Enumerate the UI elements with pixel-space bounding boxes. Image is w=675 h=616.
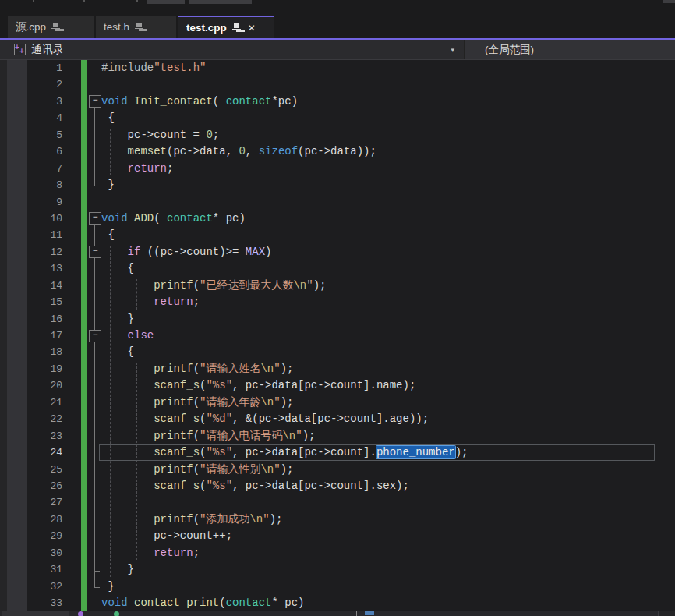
fold-collapse-icon[interactable]: − xyxy=(89,212,101,225)
line-number: 31 xyxy=(0,561,62,578)
bottom-right-partial xyxy=(658,611,675,616)
code-text: if ((pc->count)>= MAX) xyxy=(101,244,271,260)
code-line[interactable]: 31 } xyxy=(0,561,675,578)
toolbar-tick xyxy=(33,0,34,2)
code-line[interactable]: 17− else xyxy=(0,327,675,344)
pin-icon[interactable] xyxy=(232,23,241,33)
code-line[interactable]: 20 scanf_s("%s", pc->data[pc->count].nam… xyxy=(0,377,675,394)
line-number: 21 xyxy=(0,395,62,411)
line-number: 13 xyxy=(0,260,62,277)
code-line[interactable]: 27 xyxy=(0,494,675,511)
line-number: 16 xyxy=(0,311,62,327)
code-line[interactable]: 18 { xyxy=(0,344,675,360)
code-line[interactable]: 12− if ((pc->count)>= MAX) xyxy=(0,244,675,260)
code-text: memset(pc->data, 0, sizeof(pc->data)); xyxy=(101,143,376,160)
code-line[interactable]: 30 return; xyxy=(0,545,675,561)
line-number: 10 xyxy=(0,211,62,227)
code-line[interactable]: 14 printf("已经达到最大人数\n"); xyxy=(0,278,675,294)
top-toolbar-partial xyxy=(0,0,675,14)
purple-status-icon[interactable] xyxy=(78,611,83,616)
code-line[interactable]: 4 { xyxy=(0,110,675,126)
code-text: scanf_s("%d", &(pc->data[pc->count].age)… xyxy=(101,411,429,427)
code-text: { xyxy=(101,344,134,360)
bottom-panel-partial xyxy=(0,611,675,616)
code-text: printf("请输入年龄\n"); xyxy=(101,395,293,411)
code-line[interactable]: 25 printf("请输入性别\n"); xyxy=(0,462,675,478)
code-line[interactable]: 1#include"test.h" xyxy=(0,60,675,76)
code-line[interactable]: 13 { xyxy=(0,260,675,277)
code-line[interactable]: 32 } xyxy=(0,579,675,595)
code-text: void ADD( contact* pc) xyxy=(101,211,246,227)
line-number: 23 xyxy=(0,428,62,444)
close-icon[interactable]: ✕ xyxy=(248,23,256,34)
line-number: 22 xyxy=(0,411,62,427)
line-number: 7 xyxy=(0,161,62,177)
code-text: void contact_print(contact* pc) xyxy=(101,595,304,611)
code-line[interactable]: 19 printf("请输入姓名\n"); xyxy=(0,361,675,377)
types-dropdown[interactable]: ++ 通讯录 ▾ xyxy=(0,40,464,59)
line-number: 14 xyxy=(0,278,62,294)
blue-glyph-partial xyxy=(365,611,374,615)
code-text: } xyxy=(101,177,115,193)
line-number: 32 xyxy=(0,579,62,595)
code-line[interactable]: 5 pc->count = 0; xyxy=(0,127,675,143)
code-text: return; xyxy=(101,294,200,310)
code-line[interactable]: 6 memset(pc->data, 0, sizeof(pc->data)); xyxy=(0,143,675,160)
line-number: 6 xyxy=(0,143,62,160)
code-line[interactable]: 23 printf("请输入电话号码\n"); xyxy=(0,428,675,444)
code-line[interactable]: 7 return; xyxy=(0,161,675,177)
code-line[interactable]: 15 return; xyxy=(0,294,675,310)
tab-test.h[interactable]: test.h xyxy=(96,16,176,38)
toolbar-button-partial[interactable] xyxy=(189,0,252,4)
code-line[interactable]: 8 } xyxy=(0,177,675,193)
code-text: return; xyxy=(101,161,173,177)
line-number: 4 xyxy=(0,110,62,126)
line-number: 1 xyxy=(0,60,62,76)
code-line[interactable]: 28 printf("添加成功\n"); xyxy=(0,512,675,528)
line-number: 11 xyxy=(0,227,62,243)
tab-源.cpp[interactable]: 源.cpp xyxy=(8,16,94,38)
green-status-icon[interactable] xyxy=(114,611,119,616)
code-line[interactable]: 29 pc->count++; xyxy=(0,528,675,544)
scope-dropdown[interactable]: (全局范围) xyxy=(464,40,675,59)
toolbar-button-partial[interactable] xyxy=(663,0,675,3)
code-editor[interactable]: 1#include"test.h"23−void Init_contact( c… xyxy=(0,60,675,616)
tab-test.cpp[interactable]: test.cpp✕ xyxy=(178,16,274,38)
code-line[interactable]: 24 scanf_s("%s", pc->data[pc->count].pho… xyxy=(0,444,675,461)
bottom-button-partial[interactable] xyxy=(2,611,69,616)
code-line[interactable]: 26 scanf_s("%s", pc->data[pc->count].sex… xyxy=(0,478,675,494)
fold-collapse-icon[interactable]: − xyxy=(89,330,101,342)
selected-identifier[interactable]: phone_number xyxy=(376,446,455,458)
code-text: printf("已经达到最大人数\n"); xyxy=(101,278,326,294)
toolbar-button-partial[interactable] xyxy=(147,0,185,4)
code-text: scanf_s("%s", pc->data[pc->count].sex); xyxy=(101,478,409,494)
code-line[interactable]: 21 printf("请输入年龄\n"); xyxy=(0,395,675,411)
code-line[interactable]: 10−void ADD( contact* pc) xyxy=(0,211,675,227)
pin-icon[interactable] xyxy=(51,22,60,32)
code-line[interactable]: 33void contact_print(contact* pc) xyxy=(0,595,675,611)
code-lines: 1#include"test.h"23−void Init_contact( c… xyxy=(0,60,675,616)
tab-label: test.h xyxy=(104,21,129,33)
fold-collapse-icon[interactable]: − xyxy=(89,246,101,258)
line-number: 17 xyxy=(0,327,62,344)
line-number: 28 xyxy=(0,512,62,528)
scope-dropdown-value: (全局范围) xyxy=(485,43,534,57)
code-text: void Init_contact( contact*pc) xyxy=(101,94,298,110)
code-text: return; xyxy=(101,545,200,561)
chevron-down-icon[interactable]: ▾ xyxy=(451,46,454,54)
code-line[interactable]: 9 xyxy=(0,194,675,211)
fold-collapse-icon[interactable]: − xyxy=(89,95,101,108)
line-number: 12 xyxy=(0,244,62,260)
cpp-members-icon: ++ xyxy=(14,44,26,55)
pin-icon[interactable] xyxy=(135,22,143,32)
code-line[interactable]: 22 scanf_s("%d", &(pc->data[pc->count].a… xyxy=(0,411,675,427)
code-text: else xyxy=(101,327,154,344)
code-line[interactable]: 16 } xyxy=(0,311,675,327)
code-text: printf("请输入性别\n"); xyxy=(101,462,293,478)
code-line[interactable]: 11 { xyxy=(0,227,675,243)
code-line[interactable]: 2 xyxy=(0,76,675,93)
code-line[interactable]: 3−void Init_contact( contact*pc) xyxy=(0,94,675,110)
tab-label: 源.cpp xyxy=(16,20,46,34)
code-text: pc->count = 0; xyxy=(101,127,219,143)
code-text: { xyxy=(101,110,115,126)
